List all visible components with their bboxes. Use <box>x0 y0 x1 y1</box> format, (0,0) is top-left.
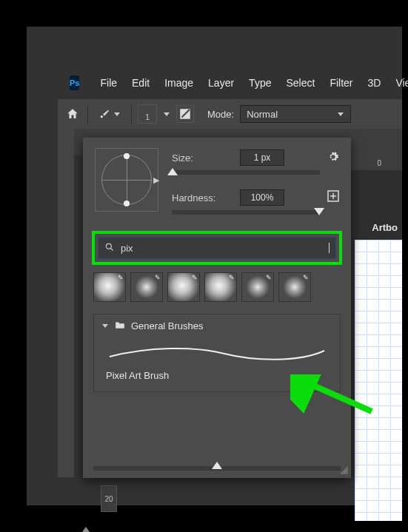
menu-select[interactable]: Select <box>278 74 322 92</box>
brush-size-preview[interactable]: 1 <box>138 104 157 124</box>
app-frame: Ps File Edit Image Layer Type Select Fil… <box>27 27 402 505</box>
resize-grip-icon[interactable]: ◢ <box>340 463 348 475</box>
mode-select[interactable]: Normal <box>240 105 351 123</box>
brush-preset[interactable]: ✎ <box>241 272 274 302</box>
brush-group-header[interactable]: General Brushes <box>94 314 340 337</box>
brush-angle-control[interactable]: ▶ <box>95 148 158 212</box>
brush-search[interactable] <box>98 237 336 259</box>
menu-image[interactable]: Image <box>157 74 201 92</box>
separator <box>87 104 88 124</box>
size-slider[interactable] <box>172 170 320 175</box>
size-label: Size: <box>172 152 231 164</box>
hardness-value[interactable]: 100% <box>240 189 284 206</box>
menu-view[interactable]: View <box>388 74 408 92</box>
canvas-area: 0 Artbo <box>344 155 402 477</box>
artboard[interactable] <box>355 240 402 521</box>
menu-layer[interactable]: Layer <box>201 74 241 92</box>
tool-brush-dropdown[interactable] <box>94 107 125 121</box>
brush-preset[interactable]: ✎ <box>93 272 126 302</box>
brush-preset[interactable]: ✎ <box>204 272 237 302</box>
size-value[interactable]: 1 px <box>240 149 284 166</box>
menu-3d[interactable]: 3D <box>361 74 389 92</box>
brush-preset[interactable]: ✎ <box>130 272 163 302</box>
menu-filter[interactable]: Filter <box>322 74 360 92</box>
recent-brushes: ✎ ✎ ✎ ✎ ✎ ✎ <box>83 272 351 302</box>
search-icon <box>104 242 115 255</box>
brush-picker-popover: ▶ Size: 1 px H <box>83 138 351 478</box>
text-caret <box>329 243 330 253</box>
app-logo: Ps <box>70 75 79 90</box>
artboard-label[interactable]: Artbo <box>372 222 398 233</box>
brush-search-input[interactable] <box>121 243 323 254</box>
gear-icon[interactable] <box>327 151 339 165</box>
brush-stroke-preview[interactable] <box>106 345 328 361</box>
secondary-size-box[interactable]: 20 <box>101 485 117 512</box>
folder-icon <box>115 320 125 331</box>
brush-group-title: General Brushes <box>131 320 204 331</box>
chevron-down-icon[interactable] <box>163 109 170 120</box>
options-bar: 1 Mode: Normal <box>58 99 402 129</box>
chevron-down-icon <box>101 320 109 331</box>
menu-edit[interactable]: Edit <box>124 74 157 92</box>
brush-preset[interactable]: ✎ <box>278 272 311 302</box>
new-preset-icon[interactable] <box>327 190 339 206</box>
ruler: 0 <box>344 155 402 170</box>
brush-preset[interactable]: ✎ <box>167 272 200 302</box>
brush-settings-icon[interactable] <box>176 105 194 123</box>
chevron-down-icon <box>113 109 121 120</box>
hardness-label: Hardness: <box>172 192 231 203</box>
svg-point-2 <box>106 243 111 249</box>
menu-bar: Ps File Edit Image Layer Type Select Fil… <box>70 73 402 93</box>
menu-type[interactable]: Type <box>241 74 278 92</box>
hardness-slider[interactable] <box>172 210 320 215</box>
home-button[interactable] <box>64 105 81 123</box>
menu-file[interactable]: File <box>93 74 124 92</box>
tools-panel[interactable] <box>58 129 74 477</box>
separator <box>131 104 132 124</box>
mode-value: Normal <box>247 109 278 120</box>
brush-name[interactable]: Pixel Art Brush <box>94 364 340 391</box>
panel-scrollbar[interactable] <box>93 466 341 471</box>
brush-group: General Brushes Pixel Art Brush <box>93 314 341 392</box>
search-highlight <box>92 231 342 265</box>
mode-label: Mode: <box>207 109 234 120</box>
droplet-icon <box>80 527 92 532</box>
